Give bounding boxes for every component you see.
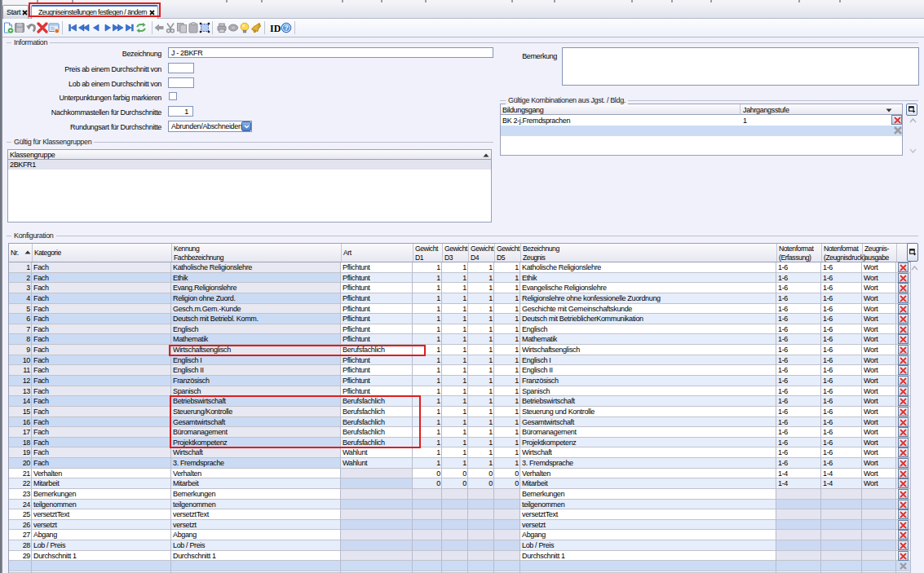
svg-text:?: ? (284, 24, 288, 32)
